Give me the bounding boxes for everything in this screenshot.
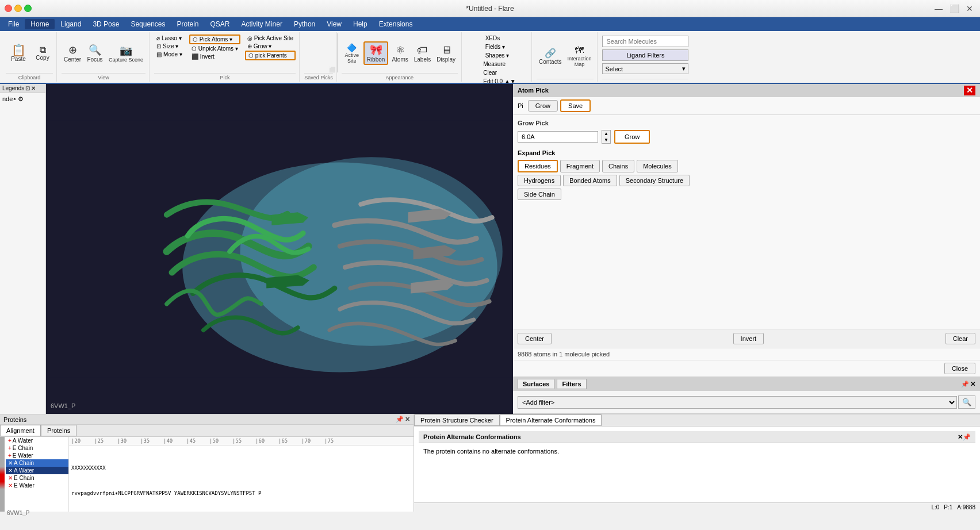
search-molecules-input[interactable] [602, 36, 688, 47]
paste-button[interactable]: 📋 Paste [6, 43, 31, 63]
expand-molecules[interactable]: Molecules [637, 160, 678, 172]
x-icon-1: + [8, 437, 12, 444]
ligand-filters-button[interactable]: Ligand Filters [602, 49, 688, 61]
atom-pick-tab-save[interactable]: Save [560, 99, 591, 112]
win-close-icon[interactable]: ✕ [964, 4, 975, 13]
add-filter-search-button[interactable]: 🔍 [958, 395, 975, 409]
shapes-button[interactable]: Shapes ▾ [483, 52, 512, 59]
expand-fragment[interactable]: Fragment [560, 160, 600, 172]
expand-chains[interactable]: Chains [602, 160, 634, 172]
menu-3dpose[interactable]: 3D Pose [87, 19, 125, 29]
ribbon-button[interactable]: 🎀 Ribbon [363, 41, 389, 65]
filters-pin-icon[interactable]: 📌 [961, 381, 969, 388]
menu-ligand[interactable]: Ligand [55, 19, 87, 29]
expand-side-chain[interactable]: Side Chain [518, 189, 561, 200]
menu-home[interactable]: Home [25, 19, 55, 29]
invert-footer-button[interactable]: Invert [733, 333, 764, 344]
expand-residues[interactable]: Residues [518, 160, 558, 172]
menu-activity-miner[interactable]: Activity Miner [236, 19, 288, 29]
proteins-close-icon[interactable]: ✕ [405, 416, 410, 423]
min-btn[interactable] [14, 5, 22, 12]
window-controls[interactable] [5, 5, 32, 12]
proteins-row-a-water-1: + A Water [6, 437, 68, 444]
expand-bonded-atoms[interactable]: Bonded Atoms [563, 175, 617, 186]
proteins-pin-icon[interactable]: 📌 [396, 416, 404, 423]
unpick-atoms-button[interactable]: ⬡ Unpick Atoms ▾ [189, 45, 240, 52]
legends-detach-icon[interactable]: ⊡ [25, 85, 30, 91]
pick-parents-button[interactable]: ⬡ pick Parents [245, 51, 296, 60]
pick-atoms-button[interactable]: ⬡ Pick Atoms ▾ [189, 34, 240, 44]
grow-spin-down[interactable]: ▼ [602, 137, 610, 143]
clear-xed-button[interactable]: Clear [481, 69, 518, 76]
close-footer-button[interactable]: Close [944, 363, 975, 374]
legends-close-icon[interactable]: ✕ [31, 85, 36, 91]
center-icon: ⊕ [68, 44, 77, 56]
focus-button[interactable]: 🔍 Focus [85, 43, 105, 64]
win-right-controls[interactable]: — ⬜ ✕ [932, 4, 975, 13]
measure-button[interactable]: Measure [481, 60, 518, 68]
x-icon-4: ✕ [8, 460, 13, 466]
proteins-row-a-water-2[interactable]: ✕ A Water [6, 467, 68, 474]
protein-structure-checker-tab[interactable]: Protein Structure Checker [414, 414, 500, 426]
active-site-ribbon-button[interactable]: 🔷 ActiveSite [342, 42, 362, 65]
x-icon-5: ✕ [8, 467, 13, 474]
clear-footer-button[interactable]: Clear [945, 333, 975, 344]
contacts-button[interactable]: 🔗 Contacts [537, 47, 564, 66]
grow-input-field[interactable] [518, 131, 598, 143]
saved-picks-expand[interactable]: ⬜ [329, 67, 335, 72]
proteins-tab[interactable]: Proteins [41, 425, 76, 436]
atom-pick-tab-grow[interactable]: Grow [528, 100, 558, 112]
proteins-row-a-chain[interactable]: ✕ A Chain [6, 459, 68, 467]
menu-help[interactable]: Help [347, 19, 373, 29]
expand-hydrogens[interactable]: Hydrogens [518, 175, 561, 186]
menu-qsar[interactable]: QSAR [205, 19, 236, 29]
saved-picks-label: Saved Picks [304, 73, 333, 80]
atom-pick-close-x[interactable]: ✕ [964, 86, 975, 95]
grow-spin-up[interactable]: ▲ [602, 130, 610, 137]
atom-pick-status: 9888 atoms in 1 molecule picked [513, 348, 980, 360]
size-button[interactable]: ⊡ Size ▾ [154, 43, 185, 50]
center-button[interactable]: ⊕ Center [62, 43, 83, 64]
mode-button[interactable]: ▤ Mode ▾ [154, 51, 185, 58]
capture-scene-button[interactable]: 📷 Capture Scene [106, 43, 146, 64]
menu-python[interactable]: Python [288, 19, 321, 29]
proteins-header-controls: 📌 ✕ [396, 416, 410, 423]
copy-button[interactable]: ⧉ Copy [32, 44, 53, 62]
invert-button[interactable]: ⬛ Invert [189, 53, 240, 60]
add-filter-select[interactable]: <Add filter> [518, 396, 957, 409]
alt-conf-close[interactable]: ✕ [958, 433, 963, 441]
pick-active-site-button[interactable]: ◎ Pick Active Site [245, 34, 296, 42]
viewport[interactable]: 6VW1_P [46, 84, 513, 414]
protein-alternate-conformations-tab[interactable]: Protein Alternate Conformations [500, 414, 602, 426]
grow-action-button[interactable]: Grow [614, 130, 650, 144]
select-button[interactable]: Select ▾ [602, 63, 688, 74]
filters-close-icon[interactable]: ✕ [970, 381, 975, 388]
menu-file[interactable]: File [2, 19, 25, 29]
display-button[interactable]: 🖥 Display [434, 43, 458, 64]
surfaces-tab[interactable]: Surfaces [518, 379, 554, 389]
legends-settings-icon[interactable]: ⚙ [18, 95, 24, 103]
close-btn[interactable] [5, 5, 12, 12]
win-restore-icon[interactable]: ⬜ [947, 4, 962, 13]
fields-button[interactable]: Fields ▾ [483, 43, 512, 51]
menu-extensions[interactable]: Extensions [373, 19, 419, 29]
alignment-tab[interactable]: Alignment [0, 425, 41, 436]
expand-secondary-structure[interactable]: Secondary Structure [619, 175, 690, 186]
center-footer-button[interactable]: Center [518, 333, 552, 344]
labels-icon: 🏷 [417, 44, 427, 56]
menu-protein[interactable]: Protein [171, 19, 204, 29]
win-minimize-icon[interactable]: — [932, 4, 945, 13]
alt-conf-pin[interactable]: 📌 [963, 433, 971, 441]
max-btn[interactable] [24, 5, 32, 12]
xeds-button[interactable]: XEDs [483, 34, 512, 42]
labels-button[interactable]: 🏷 Labels [412, 43, 433, 64]
lasso-button[interactable]: ⌀ Lasso ▾ [154, 34, 185, 42]
atoms-button[interactable]: ⚛ Atoms [389, 43, 410, 64]
sequence-ruler: |20 |25 |30 |35 |40 |45 |50 |55 |60 |65 … [69, 437, 414, 445]
menu-view[interactable]: View [321, 19, 347, 29]
filters-tab[interactable]: Filters [557, 379, 586, 389]
grow-button[interactable]: ⊕ Grow ▾ [245, 43, 296, 50]
interaction-map-button[interactable]: 🗺 InteractionMap [565, 44, 594, 68]
color-bar [0, 437, 5, 512]
menu-sequences[interactable]: Sequences [125, 19, 171, 29]
